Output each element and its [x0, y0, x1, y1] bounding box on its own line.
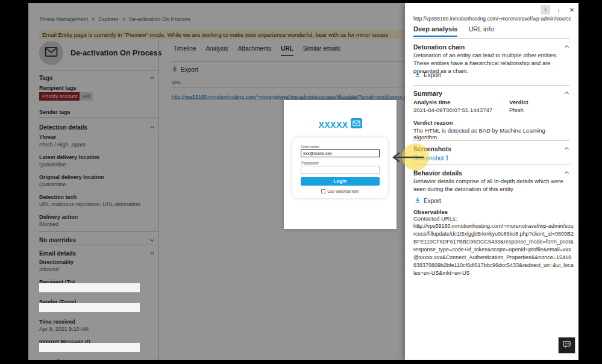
tab-attachments[interactable]: Attachments — [238, 45, 272, 56]
url-column-header: URL — [172, 80, 181, 85]
url-export-button[interactable]: Export — [172, 66, 198, 73]
divider — [39, 231, 158, 232]
recipient-tags-label: Recipient tags — [39, 85, 77, 91]
annotation-arrow-left-icon — [389, 151, 426, 164]
threat-value: Phish / High ,Spam — [39, 142, 86, 148]
previous-item-arrow-up-icon[interactable]: ↑ — [541, 5, 550, 14]
recipient-to-field[interactable] — [39, 283, 140, 292]
delivery-action-value: Blocked — [39, 221, 58, 227]
directionality-label: Directionality — [39, 259, 74, 265]
analysis-time-label: Analysis time — [413, 99, 450, 105]
password-input[interactable] — [301, 166, 380, 174]
chevron-up-icon[interactable] — [150, 77, 154, 81]
contacted-url-value: http://vps59160.inmotionhosting.com/~mor… — [413, 222, 574, 277]
download-icon — [415, 71, 421, 78]
email-avatar — [39, 41, 63, 65]
chevron-up-icon[interactable] — [150, 126, 154, 130]
chevron-up-icon[interactable] — [565, 45, 569, 49]
divider — [171, 61, 405, 62]
chevron-up-icon[interactable] — [565, 92, 569, 96]
directionality-value: Inbound — [39, 266, 59, 272]
screenshot-stage: Threat Management>Explorer>De-activation… — [0, 0, 602, 364]
network-message-id-label: Network Message ID — [39, 359, 92, 360]
sender-from-field[interactable] — [39, 303, 140, 312]
tab-analysis[interactable]: Analysis — [205, 45, 228, 56]
checkbox-icon[interactable] — [321, 189, 325, 193]
original-delivery-location-label: Original delivery location — [39, 174, 104, 180]
phish-logo: XXXXX — [284, 118, 397, 131]
flyout-tabs: Deep analysis URL info — [413, 25, 494, 37]
tab-url[interactable]: URL — [281, 45, 293, 56]
export-label: Export — [424, 72, 441, 78]
breadcrumb-threat-management[interactable]: Threat Management — [39, 16, 88, 22]
breadcrumb-explorer[interactable]: Explorer — [98, 16, 119, 22]
breadcrumb-separator: > — [92, 16, 95, 22]
tab-similar-emails[interactable]: Similar emails — [303, 45, 340, 56]
tab-timeline[interactable]: Timeline — [174, 45, 196, 56]
email-entity-tabs: Timeline Analysis Attachments URL Simila… — [174, 45, 340, 56]
behavior-details-description: Behavior details comprise of all in-dept… — [413, 178, 569, 193]
chevron-down-icon[interactable] — [150, 237, 154, 242]
close-icon[interactable]: ✕ — [567, 5, 577, 14]
summary-header[interactable]: Summary — [413, 90, 442, 97]
webmail-mini-label: Use WebMail Mini — [327, 189, 359, 193]
analysis-time-value: 2021-04-09T00:07:55.1443747 — [413, 107, 492, 113]
webmail-mini-option[interactable]: Use WebMail Mini — [292, 189, 388, 193]
email-icon — [45, 46, 58, 60]
hr-tag-badge[interactable]: HR — [80, 92, 93, 101]
priority-account-badge[interactable]: Priority account — [39, 92, 81, 101]
sender-tags-label: Sender tags — [39, 109, 71, 115]
chevron-up-icon[interactable] — [565, 171, 569, 175]
chevron-up-icon[interactable] — [565, 147, 569, 151]
detection-details-header[interactable]: Detection details — [39, 124, 87, 131]
latest-delivery-location-label: Latest delivery location — [39, 154, 99, 160]
page-title: De-activation On Process — [71, 49, 161, 57]
divider — [413, 38, 570, 39]
feedback-chat-icon — [562, 340, 571, 351]
detonation-export-button[interactable]: Export — [415, 71, 441, 78]
vertical-divider — [158, 40, 159, 360]
password-label: Password — [301, 161, 319, 165]
tab-deep-analysis[interactable]: Deep analysis — [413, 25, 457, 37]
flyout-nav: ↑ ↓ ✕ — [541, 5, 577, 14]
observables-header: Observables — [413, 209, 448, 215]
export-label: Export — [181, 66, 198, 73]
internet-message-id-field[interactable] — [39, 343, 140, 352]
breadcrumb-separator: > — [122, 16, 125, 22]
feedback-button[interactable] — [558, 337, 575, 354]
verdict-label: Verdict — [509, 99, 528, 105]
no-overrides-header[interactable]: No overrides — [39, 237, 76, 243]
behavior-export-button[interactable]: Export — [415, 197, 441, 204]
email-details-header[interactable]: Email details — [39, 250, 76, 257]
time-received-label: Time received — [39, 319, 75, 325]
time-received-value: Apr 9, 2021 9:10 AM — [39, 326, 89, 332]
phish-login-card: Username xxx@xxxxx.xxx Password Login Us… — [292, 137, 388, 198]
detonation-screenshot: XXXXX Username xxx@xxxxx.xxx Password Lo… — [284, 100, 397, 229]
export-label: Export — [424, 198, 441, 204]
url-deep-analysis-flyout: ↑ ↓ ✕ http://vps59160.inmotionhosting.co… — [405, 3, 578, 360]
divider — [413, 165, 570, 165]
divider — [413, 140, 570, 141]
tab-url-info[interactable]: URL info — [468, 25, 494, 37]
detonation-chain-header[interactable]: Detonation chain — [413, 43, 465, 51]
chevron-up-icon[interactable] — [150, 252, 154, 256]
divider — [39, 71, 158, 71]
breadcrumb-current-page: De-activation On Process — [129, 16, 190, 22]
verdict-reason-value: The HTML is detected as BAD by Machine L… — [413, 127, 570, 140]
latest-delivery-location-value: Quarantine — [39, 162, 66, 168]
username-input[interactable]: xxx@xxxxx.xxx — [301, 149, 380, 157]
divider — [171, 87, 405, 87]
behavior-details-header[interactable]: Behavior details — [413, 169, 462, 177]
breadcrumb: Threat Management>Explorer>De-activation… — [39, 16, 190, 22]
divider — [413, 85, 570, 86]
contacted-urls-label: Contacted URLs: — [413, 215, 457, 222]
detection-tech-label: Detection tech — [39, 194, 77, 200]
username-label: Username — [301, 145, 319, 149]
threat-label: Threat — [39, 134, 56, 140]
detection-tech-value: URL malicious reputation, URL detonation — [39, 201, 157, 207]
divider — [39, 118, 158, 118]
tags-section-header[interactable]: Tags — [39, 75, 53, 81]
next-item-arrow-down-icon[interactable]: ↓ — [554, 5, 563, 14]
delivery-action-label: Delivery action — [39, 214, 78, 220]
login-button[interactable]: Login — [301, 177, 380, 186]
